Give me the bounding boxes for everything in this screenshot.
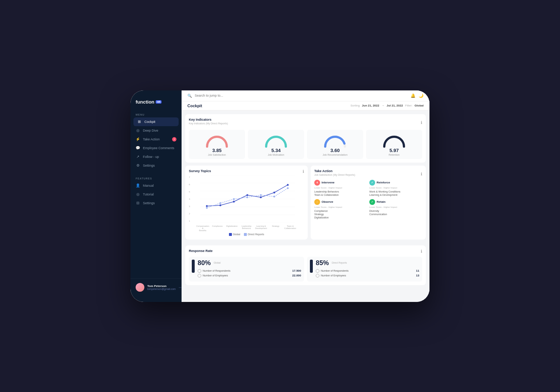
filter-label: Filter: xyxy=(405,104,412,107)
take-action-info-icon: ℹ xyxy=(421,172,422,176)
logo-badge: HR xyxy=(156,100,162,104)
respondents-row-global: Number of Respondents 17.500 xyxy=(198,269,301,273)
legend-direct: Direct Reports xyxy=(244,233,264,236)
sidebar-item-label: Cockpit xyxy=(144,120,155,124)
sorting-label: Sorting xyxy=(350,104,359,107)
sidebar-item-manual[interactable]: 👤 Manual xyxy=(131,181,182,190)
search-icon: 🔍 xyxy=(187,94,192,98)
topbar-icons: 🔔 🌙 xyxy=(411,93,424,98)
theme-icon[interactable]: 🌙 xyxy=(419,93,424,98)
x-label: Team &Collaboration xyxy=(283,225,298,232)
svg-point-13 xyxy=(287,184,289,186)
tutorial-icon: ◎ xyxy=(136,192,140,197)
satisfaction-value: 3.85 xyxy=(212,148,221,153)
observe-sub: Lower Score - Higher Impact xyxy=(314,206,367,208)
legend-dot-global xyxy=(229,233,232,236)
sidebar-item-settings2[interactable]: ⊟ Settings xyxy=(131,199,182,207)
sidebar-item-takeaction[interactable]: ⚡ Take Action 1 xyxy=(131,135,182,144)
key-indicators-title: Key Indicators xyxy=(189,118,228,121)
svg-point-11 xyxy=(260,196,262,198)
user-info: Tom Peterson tompeterson@gmail.com xyxy=(147,284,176,290)
x-label: Learning &Development xyxy=(254,225,268,232)
respondents-label-direct: Number of Respondents xyxy=(321,269,415,272)
y-label: 4 xyxy=(189,198,190,200)
gauge-retention xyxy=(381,133,407,148)
date-from: Jun 21, 2022 xyxy=(362,104,380,107)
action-item: Communication xyxy=(369,213,422,216)
svg-point-20 xyxy=(287,187,289,189)
observe-badge: ○ xyxy=(314,199,320,205)
svg-point-17 xyxy=(246,196,248,198)
sidebar: function HR MENU ⊞ Cockpit ◎ Deep Dive ⚡… xyxy=(131,90,182,302)
retention-value: 5.97 xyxy=(389,148,398,153)
date-arrow: → xyxy=(381,104,384,107)
sidebar-item-settings[interactable]: ⚙ Settings xyxy=(131,161,182,170)
sidebar-item-cockpit[interactable]: ⊞ Cockpit xyxy=(133,117,179,126)
reinforce-label: Reinforce xyxy=(377,181,390,184)
recommendation-value: 3.60 xyxy=(330,148,339,153)
x-label: Compensation &Benefits xyxy=(195,225,210,232)
features-label: FEATURES xyxy=(131,174,182,181)
gauge-satisfaction xyxy=(204,133,230,148)
response-direct-content: 85% Direct Reports Number of Respondents… xyxy=(316,260,419,279)
indicators-grid: 3.85 Job Satisfaction 5.34 Job Motivatio… xyxy=(189,130,422,159)
sidebar-item-label: Take Action xyxy=(143,137,160,141)
sidebar-item-followup[interactable]: ↗ Follow - up xyxy=(131,152,182,161)
user-area: Tom Peterson tompeterson@gmail.com ··· xyxy=(131,278,182,296)
svg-point-15 xyxy=(219,202,221,204)
employees-row-direct: Number of Employees 13 xyxy=(316,274,419,277)
deepdive-icon: ◎ xyxy=(136,128,140,133)
gauge-motivation xyxy=(263,133,289,148)
sidebar-item-label: Settings xyxy=(143,201,155,205)
y-label: 7 xyxy=(189,176,190,178)
sidebar-item-tutorial[interactable]: ◎ Tutorial xyxy=(131,190,182,199)
intervene-badge: 4 xyxy=(314,180,320,186)
action-grid: 4 Intervene Lower Score - Higher Impact … xyxy=(314,180,422,220)
action-reinforce-title: ✓ Reinforce xyxy=(369,180,422,186)
svg-point-8 xyxy=(219,204,221,206)
retention-label: Retention xyxy=(389,154,400,156)
sidebar-item-employee-comments[interactable]: 💬 Employee Comments xyxy=(131,144,182,152)
respondents-label-global: Number of Respondents xyxy=(203,269,291,272)
sidebar-item-deepdive[interactable]: ◎ Deep Dive xyxy=(131,126,182,135)
svg-point-12 xyxy=(273,191,275,193)
page-header: Cockpit Sorting Jun 21, 2022 → Jul 21, 2… xyxy=(182,101,429,110)
employees-value-direct: 13 xyxy=(416,274,419,277)
search-input[interactable] xyxy=(195,94,408,97)
respondents-row-direct: Number of Respondents 11 xyxy=(316,269,419,273)
cockpit-icon: ⊞ xyxy=(137,120,141,124)
indicator-job-motivation: 5.34 Job Motivation xyxy=(248,130,304,159)
respondents-value-global: 17.500 xyxy=(292,269,301,272)
user-name: Tom Peterson xyxy=(147,284,176,288)
chart-container: 7 6 5 4 3 2 1 xyxy=(189,175,304,224)
global-label: Global xyxy=(214,261,221,264)
svg-point-7 xyxy=(206,205,208,207)
svg-point-10 xyxy=(246,194,248,196)
svg-point-14 xyxy=(206,207,208,209)
scroll-area: Key Indicators Key Indicators (My Direct… xyxy=(182,110,429,302)
action-item: Leadership Behaviors xyxy=(314,190,367,193)
action-retain-title: ✓ Retain xyxy=(369,199,422,205)
page-title: Cockpit xyxy=(187,104,202,108)
settings2-icon: ⊟ xyxy=(136,201,140,205)
indicator-job-satisfaction: 3.85 Job Satisfaction xyxy=(189,130,245,159)
action-observe: ○ Observe Lower Score - Higher Impact Co… xyxy=(314,199,367,220)
svg-point-18 xyxy=(260,194,262,196)
main-content: 🔍 🔔 🌙 Cockpit Sorting Jun 21, 2022 → Jul… xyxy=(182,90,429,302)
tablet-frame: function HR MENU ⊞ Cockpit ◎ Deep Dive ⚡… xyxy=(131,90,429,302)
survey-topics-info-icon: ℹ xyxy=(303,169,304,174)
x-label: LeadershipBehaviors xyxy=(239,225,254,232)
respondents-value-direct: 11 xyxy=(416,269,419,272)
satisfaction-label: Job Satisfaction xyxy=(208,154,226,156)
action-intervene-title: 4 Intervene xyxy=(314,180,367,186)
indicator-job-recommendation: 3.60 Job Recommendation xyxy=(307,130,363,159)
menu-label: MENU xyxy=(131,110,182,117)
take-action-card: Take Action Job Satisfaction (My Direct … xyxy=(311,166,426,240)
y-label: 1 xyxy=(189,220,190,222)
survey-topics-card: Survey Topics ℹ 7 6 5 4 3 2 1 xyxy=(185,166,308,240)
direct-label: Direct Reports xyxy=(332,261,347,264)
response-global: 80% Global Number of Respondents 17.500 xyxy=(189,257,304,282)
rate-bar-direct xyxy=(310,260,313,273)
notification-icon[interactable]: 🔔 xyxy=(411,93,416,98)
action-retain: ✓ Retain Lower Score - Higher Impact Div… xyxy=(369,199,422,220)
